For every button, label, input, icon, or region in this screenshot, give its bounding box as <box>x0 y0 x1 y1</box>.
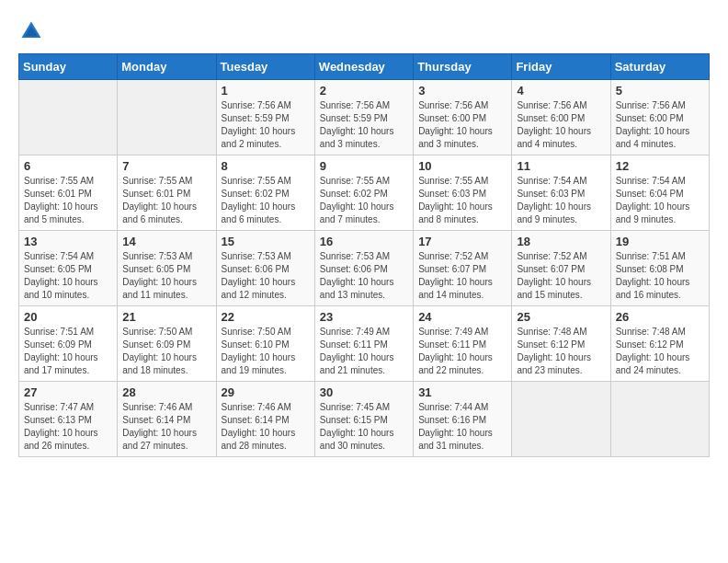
logo-icon <box>18 18 44 44</box>
day-number: 30 <box>320 385 408 399</box>
day-number: 24 <box>418 310 506 324</box>
day-number: 22 <box>222 310 310 324</box>
calendar-cell: 20Sunrise: 7:51 AM Sunset: 6:09 PM Dayli… <box>19 306 118 382</box>
calendar-cell: 12Sunrise: 7:54 AM Sunset: 6:04 PM Dayli… <box>610 155 709 231</box>
calendar-cell: 17Sunrise: 7:52 AM Sunset: 6:07 PM Dayli… <box>414 231 512 306</box>
day-number: 15 <box>222 235 310 248</box>
weekday-header: Friday <box>512 54 610 80</box>
calendar-header-row: SundayMondayTuesdayWednesdayThursdayFrid… <box>19 54 710 80</box>
calendar-cell: 13Sunrise: 7:54 AM Sunset: 6:05 PM Dayli… <box>19 231 118 306</box>
calendar-table: SundayMondayTuesdayWednesdayThursdayFrid… <box>18 53 710 457</box>
day-number: 4 <box>517 84 605 98</box>
calendar-cell: 24Sunrise: 7:49 AM Sunset: 6:11 PM Dayli… <box>414 306 512 382</box>
weekday-header: Wednesday <box>314 54 413 80</box>
day-info: Sunrise: 7:56 AM Sunset: 6:00 PM Dayligh… <box>418 99 506 151</box>
day-info: Sunrise: 7:56 AM Sunset: 6:00 PM Dayligh… <box>517 99 605 151</box>
weekday-header: Tuesday <box>216 54 314 80</box>
day-number: 25 <box>517 310 605 324</box>
calendar-cell: 25Sunrise: 7:48 AM Sunset: 6:12 PM Dayli… <box>512 306 610 382</box>
calendar-cell: 14Sunrise: 7:53 AM Sunset: 6:05 PM Dayli… <box>118 231 216 306</box>
day-number: 13 <box>24 235 112 248</box>
calendar-week-row: 20Sunrise: 7:51 AM Sunset: 6:09 PM Dayli… <box>19 306 710 382</box>
day-info: Sunrise: 7:52 AM Sunset: 6:07 PM Dayligh… <box>517 250 605 302</box>
weekday-header: Thursday <box>414 54 512 80</box>
calendar-cell: 9Sunrise: 7:55 AM Sunset: 6:02 PM Daylig… <box>314 155 413 231</box>
weekday-header: Sunday <box>19 54 118 80</box>
calendar-cell: 1Sunrise: 7:56 AM Sunset: 5:59 PM Daylig… <box>216 80 314 155</box>
calendar-cell <box>610 382 709 457</box>
day-number: 6 <box>24 159 112 173</box>
day-number: 16 <box>320 235 408 248</box>
day-number: 29 <box>222 385 310 399</box>
calendar-cell: 5Sunrise: 7:56 AM Sunset: 6:00 PM Daylig… <box>610 80 709 155</box>
page-header <box>18 18 710 44</box>
calendar-cell: 27Sunrise: 7:47 AM Sunset: 6:13 PM Dayli… <box>19 382 118 457</box>
day-number: 9 <box>320 159 408 173</box>
day-number: 27 <box>24 385 112 399</box>
calendar-cell: 26Sunrise: 7:48 AM Sunset: 6:12 PM Dayli… <box>610 306 709 382</box>
day-number: 28 <box>122 385 210 399</box>
day-info: Sunrise: 7:45 AM Sunset: 6:15 PM Dayligh… <box>320 401 408 453</box>
day-info: Sunrise: 7:55 AM Sunset: 6:03 PM Dayligh… <box>418 175 506 226</box>
day-number: 18 <box>517 235 605 248</box>
calendar-cell: 19Sunrise: 7:51 AM Sunset: 6:08 PM Dayli… <box>610 231 709 306</box>
day-number: 2 <box>320 84 408 98</box>
calendar-week-row: 27Sunrise: 7:47 AM Sunset: 6:13 PM Dayli… <box>19 382 710 457</box>
calendar-cell: 30Sunrise: 7:45 AM Sunset: 6:15 PM Dayli… <box>314 382 413 457</box>
day-number: 14 <box>122 235 210 248</box>
day-number: 17 <box>418 235 506 248</box>
calendar-cell: 4Sunrise: 7:56 AM Sunset: 6:00 PM Daylig… <box>512 80 610 155</box>
day-info: Sunrise: 7:56 AM Sunset: 5:59 PM Dayligh… <box>320 99 408 151</box>
day-number: 26 <box>616 310 704 324</box>
day-info: Sunrise: 7:51 AM Sunset: 6:08 PM Dayligh… <box>616 250 704 302</box>
day-number: 11 <box>517 159 605 173</box>
calendar-week-row: 13Sunrise: 7:54 AM Sunset: 6:05 PM Dayli… <box>19 231 710 306</box>
day-info: Sunrise: 7:55 AM Sunset: 6:02 PM Dayligh… <box>222 175 310 226</box>
day-number: 20 <box>24 310 112 324</box>
day-number: 5 <box>616 84 704 98</box>
day-number: 12 <box>616 159 704 173</box>
day-info: Sunrise: 7:54 AM Sunset: 6:04 PM Dayligh… <box>616 175 704 226</box>
calendar-cell: 3Sunrise: 7:56 AM Sunset: 6:00 PM Daylig… <box>414 80 512 155</box>
day-number: 31 <box>418 385 506 399</box>
day-info: Sunrise: 7:46 AM Sunset: 6:14 PM Dayligh… <box>122 401 210 453</box>
day-info: Sunrise: 7:46 AM Sunset: 6:14 PM Dayligh… <box>222 401 310 453</box>
day-number: 7 <box>122 159 210 173</box>
day-info: Sunrise: 7:48 AM Sunset: 6:12 PM Dayligh… <box>517 326 605 377</box>
calendar-cell: 2Sunrise: 7:56 AM Sunset: 5:59 PM Daylig… <box>314 80 413 155</box>
calendar-cell: 23Sunrise: 7:49 AM Sunset: 6:11 PM Dayli… <box>314 306 413 382</box>
logo <box>18 18 46 44</box>
day-info: Sunrise: 7:55 AM Sunset: 6:01 PM Dayligh… <box>122 175 210 226</box>
weekday-header: Saturday <box>610 54 709 80</box>
calendar-cell: 10Sunrise: 7:55 AM Sunset: 6:03 PM Dayli… <box>414 155 512 231</box>
day-info: Sunrise: 7:49 AM Sunset: 6:11 PM Dayligh… <box>320 326 408 377</box>
calendar-cell: 11Sunrise: 7:54 AM Sunset: 6:03 PM Dayli… <box>512 155 610 231</box>
day-number: 19 <box>616 235 704 248</box>
day-info: Sunrise: 7:51 AM Sunset: 6:09 PM Dayligh… <box>24 326 112 377</box>
calendar-week-row: 6Sunrise: 7:55 AM Sunset: 6:01 PM Daylig… <box>19 155 710 231</box>
calendar-cell <box>118 80 216 155</box>
day-number: 1 <box>222 84 310 98</box>
day-number: 8 <box>222 159 310 173</box>
calendar-cell: 6Sunrise: 7:55 AM Sunset: 6:01 PM Daylig… <box>19 155 118 231</box>
day-info: Sunrise: 7:50 AM Sunset: 6:10 PM Dayligh… <box>222 326 310 377</box>
calendar-cell: 7Sunrise: 7:55 AM Sunset: 6:01 PM Daylig… <box>118 155 216 231</box>
day-info: Sunrise: 7:54 AM Sunset: 6:03 PM Dayligh… <box>517 175 605 226</box>
day-number: 3 <box>418 84 506 98</box>
calendar-cell: 15Sunrise: 7:53 AM Sunset: 6:06 PM Dayli… <box>216 231 314 306</box>
day-number: 21 <box>122 310 210 324</box>
calendar-cell <box>512 382 610 457</box>
day-info: Sunrise: 7:55 AM Sunset: 6:02 PM Dayligh… <box>320 175 408 226</box>
calendar-cell: 18Sunrise: 7:52 AM Sunset: 6:07 PM Dayli… <box>512 231 610 306</box>
calendar-cell: 28Sunrise: 7:46 AM Sunset: 6:14 PM Dayli… <box>118 382 216 457</box>
day-info: Sunrise: 7:48 AM Sunset: 6:12 PM Dayligh… <box>616 326 704 377</box>
day-info: Sunrise: 7:52 AM Sunset: 6:07 PM Dayligh… <box>418 250 506 302</box>
calendar-week-row: 1Sunrise: 7:56 AM Sunset: 5:59 PM Daylig… <box>19 80 710 155</box>
day-number: 10 <box>418 159 506 173</box>
day-info: Sunrise: 7:50 AM Sunset: 6:09 PM Dayligh… <box>122 326 210 377</box>
day-info: Sunrise: 7:56 AM Sunset: 6:00 PM Dayligh… <box>616 99 704 151</box>
calendar-cell: 31Sunrise: 7:44 AM Sunset: 6:16 PM Dayli… <box>414 382 512 457</box>
day-number: 23 <box>320 310 408 324</box>
day-info: Sunrise: 7:44 AM Sunset: 6:16 PM Dayligh… <box>418 401 506 453</box>
day-info: Sunrise: 7:47 AM Sunset: 6:13 PM Dayligh… <box>24 401 112 453</box>
